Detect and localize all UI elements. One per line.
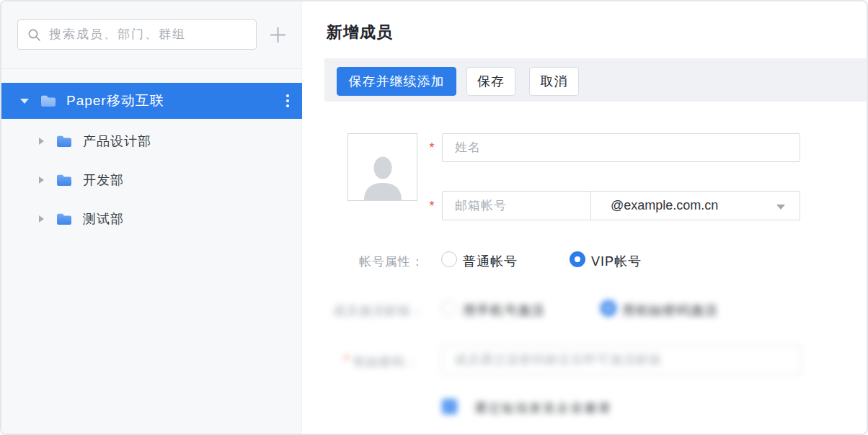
radio-phone-activation[interactable] [441,300,457,316]
initial-password-label: 初始密码： [353,354,425,370]
required-mark: * [342,353,352,368]
blurred-section: 成员激活邮箱： 用手机号激活 用初始密码激活 * 初始密码： 通过短信发送企业邀… [1,1,867,434]
radio-password-activation[interactable] [601,300,616,316]
initial-password-input[interactable] [441,345,802,375]
radio-option-label[interactable]: 用手机号激活 [463,302,545,319]
app-window: Paper移动互联 产品设计部 开发部 [0,0,868,435]
radio-option-label[interactable]: 用初始密码激活 [622,302,718,319]
sms-invite-checkbox[interactable] [442,399,457,414]
sms-invite-label: 通过短信发送企业邀请 [474,400,611,416]
activation-label: 成员激活邮箱： [304,302,424,319]
